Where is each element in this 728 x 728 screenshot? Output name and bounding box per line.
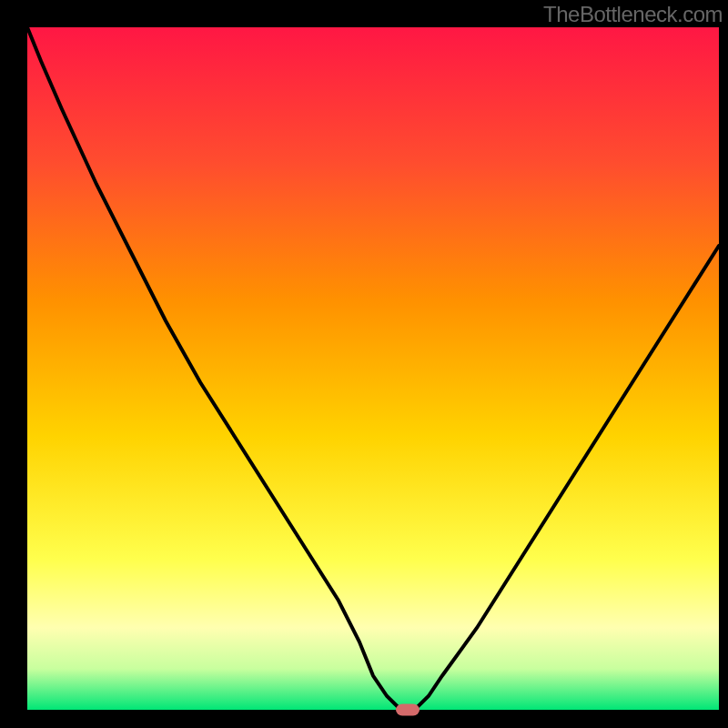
plot-area: [27, 27, 719, 710]
bottleneck-chart-container: TheBottleneck.com: [0, 0, 728, 728]
bottleneck-chart: [0, 0, 728, 728]
optimum-marker: [396, 704, 420, 716]
attribution-link[interactable]: TheBottleneck.com: [543, 2, 723, 27]
